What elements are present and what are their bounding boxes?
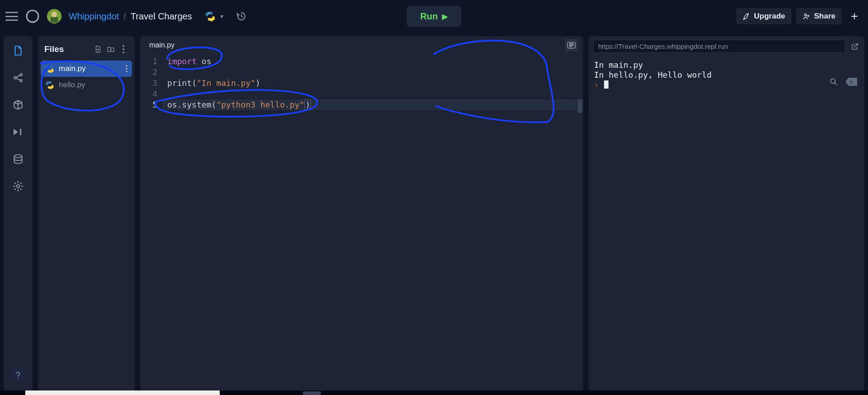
svg-point-12 bbox=[17, 185, 20, 188]
external-link-icon bbox=[851, 42, 859, 51]
output-panel: ✕ In main.pyIn hello.py, Hello world› bbox=[589, 36, 864, 391]
cube-icon bbox=[12, 99, 24, 111]
repl-url-input[interactable] bbox=[593, 40, 845, 53]
files-more-button[interactable] bbox=[118, 44, 128, 54]
breadcrumb-user[interactable]: Whippingdot bbox=[69, 11, 119, 22]
kebab-icon bbox=[123, 45, 124, 53]
terminal-output[interactable]: ✕ In main.pyIn hello.py, Hello world› bbox=[589, 55, 864, 391]
header-left: Whippingdot / Travel Charges ▾ bbox=[5, 9, 247, 24]
debugger-tab[interactable] bbox=[11, 125, 25, 139]
svg-point-9 bbox=[20, 80, 22, 82]
clear-terminal-button[interactable]: ✕ bbox=[845, 78, 857, 86]
files-tab[interactable] bbox=[11, 43, 25, 58]
svg-point-18 bbox=[126, 71, 127, 72]
bottom-scroll-thumb[interactable] bbox=[303, 391, 321, 395]
bottom-light-strip bbox=[25, 390, 220, 395]
svg-point-20 bbox=[830, 79, 835, 83]
share-nodes-icon bbox=[12, 72, 24, 84]
play-skip-icon bbox=[12, 127, 24, 136]
run-button[interactable]: Run ▶ bbox=[407, 6, 461, 27]
database-tab[interactable] bbox=[11, 152, 25, 166]
file-item-hello[interactable]: hello.py bbox=[41, 77, 132, 93]
menu-hamburger-icon[interactable] bbox=[5, 11, 18, 22]
chevron-down-icon: ▾ bbox=[220, 13, 223, 20]
file-item-main[interactable]: main.py bbox=[41, 61, 132, 77]
svg-point-15 bbox=[123, 52, 124, 53]
editor-scrollbar-thumb[interactable] bbox=[578, 99, 582, 113]
version-control-tab[interactable] bbox=[11, 71, 25, 85]
editor-tab-main[interactable]: main.py bbox=[143, 38, 181, 53]
code-content[interactable]: import osprint("In main.py")os.system("p… bbox=[163, 54, 583, 391]
share-icon bbox=[802, 12, 811, 20]
gear-icon bbox=[12, 180, 24, 192]
python-file-icon bbox=[45, 64, 54, 73]
file-more-button[interactable] bbox=[126, 65, 127, 72]
svg-point-7 bbox=[14, 77, 16, 79]
user-avatar[interactable] bbox=[47, 9, 61, 24]
svg-point-16 bbox=[126, 65, 127, 66]
editor-tabs: main.py bbox=[140, 36, 583, 54]
new-file-icon bbox=[94, 45, 102, 53]
run-label: Run bbox=[420, 11, 438, 22]
svg-point-6 bbox=[804, 14, 807, 16]
upgrade-button[interactable]: Upgrade bbox=[736, 8, 792, 24]
file-name: main.py bbox=[59, 64, 86, 73]
new-folder-button[interactable] bbox=[106, 44, 116, 54]
new-file-button[interactable] bbox=[93, 44, 103, 54]
header-right: Upgrade Share bbox=[736, 8, 863, 24]
breadcrumb-separator: / bbox=[123, 11, 126, 22]
history-icon[interactable] bbox=[236, 11, 247, 22]
replit-logo-icon bbox=[25, 9, 40, 24]
share-label: Share bbox=[814, 12, 835, 21]
breadcrumb: Whippingdot / Travel Charges bbox=[69, 11, 192, 22]
svg-point-11 bbox=[14, 155, 22, 158]
help-button[interactable]: ? bbox=[11, 368, 25, 382]
line-gutter: 12345 bbox=[140, 54, 163, 391]
url-row bbox=[589, 36, 864, 55]
file-icon bbox=[12, 45, 24, 56]
svg-point-4 bbox=[208, 13, 209, 14]
file-name: hello.py bbox=[59, 80, 85, 89]
code-editor[interactable]: 12345 import osprint("In main.py")os.sys… bbox=[140, 54, 583, 391]
svg-point-13 bbox=[123, 45, 124, 47]
play-icon: ▶ bbox=[442, 12, 448, 21]
svg-rect-3 bbox=[51, 17, 58, 23]
svg-point-14 bbox=[123, 48, 124, 50]
breadcrumb-project[interactable]: Travel Charges bbox=[131, 11, 192, 22]
app-header: Whippingdot / Travel Charges ▾ Run ▶ bbox=[0, 0, 868, 33]
files-panel: Files main.py hello.py bbox=[38, 36, 135, 391]
svg-rect-10 bbox=[20, 129, 21, 135]
plus-icon bbox=[850, 12, 859, 20]
database-icon bbox=[12, 153, 24, 165]
files-title: Files bbox=[44, 44, 90, 54]
search-icon[interactable] bbox=[829, 77, 838, 86]
packages-tab[interactable] bbox=[11, 98, 25, 112]
settings-tab[interactable] bbox=[11, 179, 25, 193]
markdown-icon bbox=[567, 42, 576, 48]
editor-panel: main.py 12345 import osprint("In main.py… bbox=[140, 36, 583, 391]
svg-point-17 bbox=[126, 68, 127, 69]
upgrade-label: Upgrade bbox=[754, 12, 785, 21]
files-header: Files bbox=[41, 40, 132, 61]
svg-point-8 bbox=[20, 74, 22, 76]
open-external-button[interactable] bbox=[850, 42, 860, 52]
svg-point-5 bbox=[211, 19, 212, 20]
terminal-toolbar: ✕ bbox=[829, 77, 857, 86]
python-file-icon bbox=[45, 80, 54, 89]
left-rail: ? bbox=[4, 36, 33, 391]
python-icon bbox=[205, 11, 216, 22]
kebab-icon bbox=[126, 65, 127, 72]
rocket-icon bbox=[742, 12, 750, 20]
svg-point-2 bbox=[52, 12, 57, 17]
new-button[interactable] bbox=[846, 8, 863, 24]
language-selector[interactable]: ▾ bbox=[205, 11, 223, 22]
markdown-preview-button[interactable] bbox=[565, 39, 578, 52]
workspace: ? Files main.py hello.py bbox=[0, 33, 868, 395]
share-button[interactable]: Share bbox=[796, 8, 842, 24]
new-folder-icon bbox=[107, 45, 115, 53]
